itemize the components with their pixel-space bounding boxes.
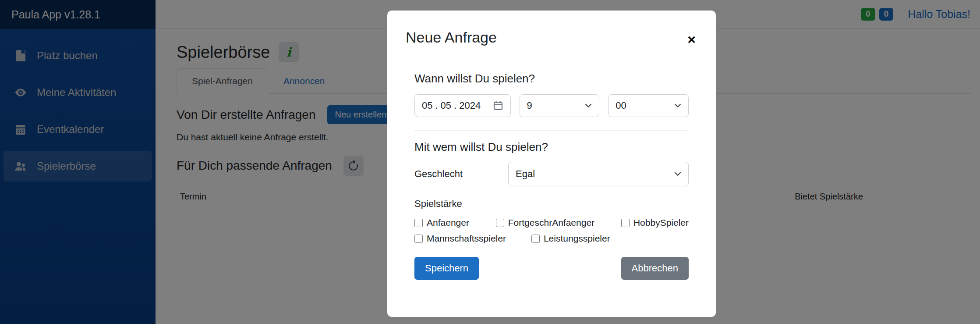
- skill-option-mannschaftsspieler: Mannschaftsspieler: [414, 233, 506, 244]
- date-value: 05.05.2024: [422, 100, 481, 111]
- skill-option-leistungsspieler: Leistungsspieler: [531, 233, 610, 244]
- skill-option-anfaenger: Anfaenger: [414, 217, 469, 228]
- save-button[interactable]: Speichern: [414, 257, 479, 280]
- chevron-down-icon: [585, 103, 592, 108]
- hour-select[interactable]: 9: [520, 94, 600, 117]
- date-input[interactable]: 05.05.2024: [414, 94, 511, 117]
- who-question-heading: Mit wem willst Du spielen?: [414, 140, 689, 154]
- gender-label: Geschlecht: [414, 168, 508, 180]
- checkbox-mannschaftsspieler[interactable]: [414, 235, 423, 243]
- chevron-down-icon: [674, 172, 681, 176]
- hour-value: 9: [527, 100, 532, 111]
- when-question-heading: Wann willst Du spielen?: [414, 72, 689, 85]
- section-divider: [414, 130, 689, 131]
- gender-value: Egal: [516, 168, 535, 180]
- skill-checkbox-row-2: Mannschaftsspieler Leistungsspieler: [414, 233, 689, 244]
- minute-select[interactable]: 00: [608, 94, 689, 117]
- skill-option-fortgeschranfaenger: FortgeschrAnfaenger: [496, 217, 594, 228]
- gender-select[interactable]: Egal: [508, 162, 689, 186]
- new-request-modal: Neue Anfrage × Wann willst Du spielen? 0…: [387, 11, 716, 317]
- checkbox-hobbyspieler[interactable]: [621, 219, 630, 227]
- skill-option-hobbyspieler: HobbySpieler: [621, 217, 689, 228]
- skill-level-label: Spielstärke: [414, 198, 689, 210]
- cancel-button[interactable]: Abbrechen: [621, 257, 689, 280]
- checkbox-fortgeschranfaenger[interactable]: [496, 219, 504, 227]
- calendar-icon: [493, 100, 503, 111]
- chevron-down-icon: [674, 103, 681, 108]
- minute-value: 00: [616, 100, 626, 111]
- modal-title: Neue Anfrage: [406, 29, 497, 46]
- skill-checkbox-row-1: Anfaenger FortgeschrAnfaenger HobbySpiel…: [414, 217, 689, 228]
- checkbox-leistungsspieler[interactable]: [531, 235, 540, 243]
- close-icon[interactable]: ×: [687, 29, 697, 46]
- checkbox-anfaenger[interactable]: [414, 219, 423, 227]
